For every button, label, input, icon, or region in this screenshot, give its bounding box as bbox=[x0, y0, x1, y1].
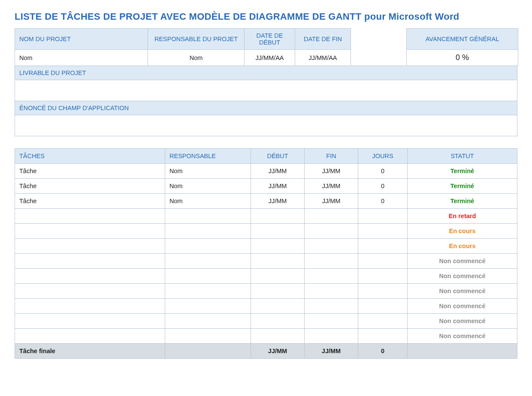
cell-start[interactable] bbox=[251, 314, 305, 329]
table-row: En cours bbox=[15, 224, 517, 239]
cell-end[interactable]: JJ/MM bbox=[305, 179, 358, 194]
cell-end[interactable] bbox=[305, 224, 358, 239]
cell-end[interactable] bbox=[305, 284, 358, 299]
cell-days[interactable] bbox=[358, 224, 408, 239]
cell-task[interactable] bbox=[15, 224, 165, 239]
cell-days[interactable]: 0 bbox=[358, 164, 408, 179]
cell-days[interactable] bbox=[358, 269, 408, 284]
cell-owner[interactable]: Nom bbox=[165, 164, 251, 179]
cell-status[interactable]: Non commencé bbox=[408, 269, 517, 284]
cell-end[interactable]: JJ/MM bbox=[305, 164, 358, 179]
cell-start[interactable]: JJ/MM bbox=[251, 179, 305, 194]
cell-start[interactable] bbox=[251, 299, 305, 314]
final-owner[interactable] bbox=[165, 344, 251, 359]
cell-start[interactable] bbox=[251, 239, 305, 254]
final-days[interactable]: 0 bbox=[358, 344, 408, 359]
cell-days[interactable] bbox=[358, 299, 408, 314]
cell-status[interactable]: En cours bbox=[408, 239, 517, 254]
cell-end[interactable] bbox=[305, 329, 358, 344]
cell-task[interactable] bbox=[15, 299, 165, 314]
cell-start[interactable]: JJ/MM bbox=[251, 164, 305, 179]
cell-start[interactable] bbox=[251, 254, 305, 269]
final-task[interactable]: Tâche finale bbox=[15, 344, 165, 359]
cell-days[interactable] bbox=[358, 254, 408, 269]
cell-task[interactable] bbox=[15, 329, 165, 344]
gap-cell bbox=[351, 29, 407, 50]
table-row: TâcheNomJJ/MMJJ/MM0Terminé bbox=[15, 164, 517, 179]
header-start-date: DATE DE DÉBUT bbox=[245, 29, 295, 50]
cell-task[interactable]: Tâche bbox=[15, 164, 165, 179]
tasks-header-owner: RESPONSABLE bbox=[165, 149, 251, 164]
cell-status[interactable]: Terminé bbox=[408, 164, 517, 179]
table-row: TâcheNomJJ/MMJJ/MM0Terminé bbox=[15, 179, 517, 194]
tasks-final-row: Tâche finale JJ/MM JJ/MM 0 bbox=[15, 344, 517, 359]
cell-owner[interactable]: Nom bbox=[165, 194, 251, 209]
cell-end[interactable]: JJ/MM bbox=[305, 194, 358, 209]
value-scope[interactable] bbox=[15, 115, 517, 136]
table-row: TâcheNomJJ/MMJJ/MM0Terminé bbox=[15, 194, 517, 209]
cell-task[interactable] bbox=[15, 284, 165, 299]
cell-task[interactable]: Tâche bbox=[15, 194, 165, 209]
value-end-date[interactable]: JJ/MM/AA bbox=[295, 50, 351, 66]
cell-task[interactable] bbox=[15, 314, 165, 329]
cell-end[interactable] bbox=[305, 209, 358, 224]
cell-owner[interactable] bbox=[165, 284, 251, 299]
cell-status[interactable]: En retard bbox=[408, 209, 517, 224]
cell-task[interactable] bbox=[15, 209, 165, 224]
cell-task[interactable] bbox=[15, 254, 165, 269]
cell-end[interactable] bbox=[305, 269, 358, 284]
table-row: En cours bbox=[15, 239, 517, 254]
cell-days[interactable] bbox=[358, 329, 408, 344]
cell-days[interactable] bbox=[358, 314, 408, 329]
value-overall-progress[interactable]: 0 % bbox=[407, 50, 518, 66]
cell-days[interactable] bbox=[358, 209, 408, 224]
cell-end[interactable] bbox=[305, 254, 358, 269]
cell-start[interactable] bbox=[251, 329, 305, 344]
cell-status[interactable]: Non commencé bbox=[408, 284, 517, 299]
cell-status[interactable]: Terminé bbox=[408, 179, 517, 194]
table-row: Non commencé bbox=[15, 329, 517, 344]
cell-start[interactable] bbox=[251, 269, 305, 284]
cell-start[interactable] bbox=[251, 284, 305, 299]
cell-status[interactable]: Non commencé bbox=[408, 254, 517, 269]
value-project-name[interactable]: Nom bbox=[15, 50, 148, 66]
final-start[interactable]: JJ/MM bbox=[251, 344, 305, 359]
value-deliverable[interactable] bbox=[15, 80, 517, 101]
cell-task[interactable]: Tâche bbox=[15, 179, 165, 194]
value-manager[interactable]: Nom bbox=[148, 50, 245, 66]
cell-status[interactable]: Non commencé bbox=[408, 299, 517, 314]
cell-task[interactable] bbox=[15, 239, 165, 254]
value-start-date[interactable]: JJ/MM/AA bbox=[245, 50, 295, 66]
cell-status[interactable]: En cours bbox=[408, 224, 517, 239]
cell-owner[interactable]: Nom bbox=[165, 179, 251, 194]
cell-owner[interactable] bbox=[165, 329, 251, 344]
cell-task[interactable] bbox=[15, 269, 165, 284]
cell-end[interactable] bbox=[305, 314, 358, 329]
header-manager: RESPONSABLE DU PROJET bbox=[148, 29, 245, 50]
cell-start[interactable] bbox=[251, 209, 305, 224]
cell-owner[interactable] bbox=[165, 209, 251, 224]
final-end[interactable]: JJ/MM bbox=[305, 344, 358, 359]
cell-status[interactable]: Non commencé bbox=[408, 314, 517, 329]
cell-days[interactable]: 0 bbox=[358, 179, 408, 194]
cell-status[interactable]: Non commencé bbox=[408, 329, 517, 344]
cell-owner[interactable] bbox=[165, 254, 251, 269]
final-status[interactable] bbox=[408, 344, 517, 359]
cell-start[interactable] bbox=[251, 224, 305, 239]
header-project-name: NOM DU PROJET bbox=[15, 29, 148, 50]
cell-owner[interactable] bbox=[165, 239, 251, 254]
cell-owner[interactable] bbox=[165, 269, 251, 284]
cell-days[interactable]: 0 bbox=[358, 194, 408, 209]
cell-status[interactable]: Terminé bbox=[408, 194, 517, 209]
cell-owner[interactable] bbox=[165, 224, 251, 239]
cell-owner[interactable] bbox=[165, 299, 251, 314]
cell-start[interactable]: JJ/MM bbox=[251, 194, 305, 209]
table-row: Non commencé bbox=[15, 299, 517, 314]
table-row: En retard bbox=[15, 209, 517, 224]
cell-owner[interactable] bbox=[165, 314, 251, 329]
cell-end[interactable] bbox=[305, 239, 358, 254]
tasks-table: TÂCHES RESPONSABLE DÉBUT FIN JOURS STATU… bbox=[15, 148, 517, 359]
cell-end[interactable] bbox=[305, 299, 358, 314]
cell-days[interactable] bbox=[358, 239, 408, 254]
cell-days[interactable] bbox=[358, 284, 408, 299]
